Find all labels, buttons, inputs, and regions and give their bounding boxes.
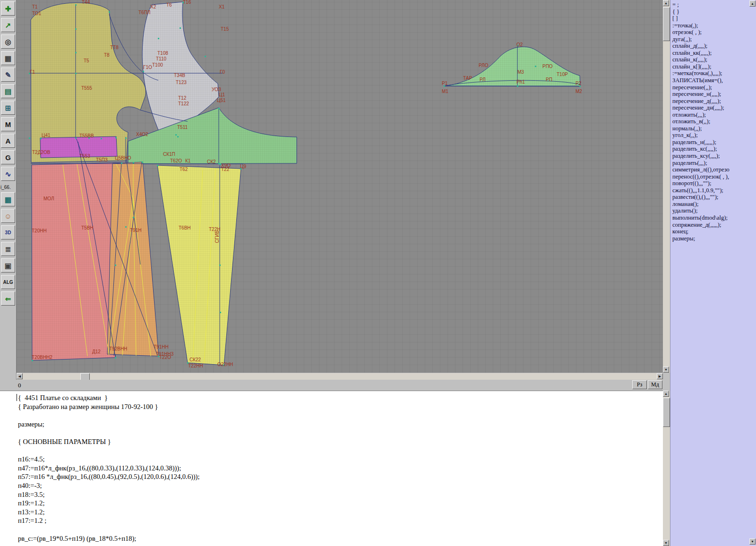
function-list-item[interactable]: сплайн_к[](,,,,); xyxy=(672,63,756,70)
pattern-point-label: Т16 xyxy=(183,0,191,5)
function-list-item[interactable]: симметрия_л((),отрезо xyxy=(672,166,756,173)
canvas-hscroll-thumb[interactable] xyxy=(80,373,90,380)
function-list-item[interactable]: разделить(,,,); xyxy=(672,160,756,167)
function-list-item[interactable]: разделить_ксу(,,,,); xyxy=(672,153,756,160)
layers-tool[interactable]: ≣ xyxy=(1,242,15,256)
pattern-point-label: Т12 xyxy=(178,96,186,101)
function-list-item[interactable]: ломаная(); xyxy=(672,201,756,208)
pattern-point-label: Т22 xyxy=(221,167,229,172)
editor-vscroll-thumb[interactable] xyxy=(663,398,670,427)
function-list-item[interactable]: перенос((),отрезок( , ), xyxy=(672,173,756,180)
pattern-point-label: Ц41 xyxy=(42,133,51,138)
function-list-item[interactable]: отрезок( , ); xyxy=(672,29,756,36)
canvas-vscroll-thumb[interactable] xyxy=(663,7,670,41)
scroll-up-icon[interactable]: ▲ xyxy=(749,0,756,7)
print-tool[interactable]: ▣ xyxy=(1,258,15,273)
notebook-tool[interactable]: ▤ xyxy=(1,84,15,98)
md-button[interactable]: Мд xyxy=(648,380,662,389)
pattern-point-label: Т20ВНН2 xyxy=(32,355,52,360)
function-list-item[interactable]: [ ] xyxy=(672,15,756,22)
pattern-point-label: Т92ВНН xyxy=(109,347,127,351)
measurements-tool[interactable]: M xyxy=(1,117,15,131)
grazia-g-tool[interactable]: G xyxy=(1,150,15,164)
code-line: { ОСНОВНЫЕ ПАРАМЕТРЫ } xyxy=(18,437,663,446)
3d-tool[interactable]: 3D xyxy=(1,225,15,239)
function-list-item[interactable]: = ; xyxy=(672,1,756,9)
pattern-point-label: Т6ВН xyxy=(179,226,191,230)
function-list-item[interactable]: выполнить(dmod\alg); xyxy=(672,214,756,222)
function-list-item[interactable]: конец; xyxy=(672,228,756,235)
function-list-item[interactable]: пересечение_н(,,,,); xyxy=(672,91,756,98)
pattern-point-label: Т110 xyxy=(156,57,166,61)
pattern-point-label: Т100 xyxy=(152,63,163,68)
add-point-tool[interactable]: ✚ xyxy=(1,1,15,16)
code-line xyxy=(18,411,663,420)
pattern-point-label: Т553 xyxy=(79,154,90,159)
function-list-item[interactable]: отложить(,,,); xyxy=(672,111,756,119)
pattern-point-label: Г0 xyxy=(220,70,225,75)
function-list-item[interactable]: угол_к(,,); xyxy=(672,132,756,139)
model-view-tool[interactable]: ☺ xyxy=(1,209,15,223)
function-list-item[interactable]: ЗАПИСАТЬ(имя=(), xyxy=(672,77,756,84)
function-list-item[interactable]: :=точка(,); xyxy=(672,22,756,29)
zoom-tool[interactable]: ◎ xyxy=(1,34,15,49)
pattern-point-label: Т555 xyxy=(81,86,92,91)
function-list-item[interactable]: разделить_н(,,,,,); xyxy=(672,139,756,146)
pan-tool[interactable]: ↗ xyxy=(1,18,15,32)
back-arrow-tool[interactable]: ⇐ xyxy=(1,291,15,306)
function-list-item[interactable]: пересечение_дн(,,,,); xyxy=(672,104,756,111)
scroll-left-icon[interactable]: ◀ xyxy=(17,373,23,379)
function-list-item[interactable]: разделить_кс(,,,,); xyxy=(672,145,756,153)
rz-button[interactable]: Рз xyxy=(632,380,647,389)
scroll-up-icon[interactable]: ▲ xyxy=(663,391,669,397)
grid-tool[interactable]: ▦ xyxy=(1,51,15,65)
function-list-item[interactable]: нормаль(,,); xyxy=(672,125,756,132)
pattern-point-label: К1 xyxy=(185,159,190,163)
function-list-item[interactable]: развести((),(),,,""); xyxy=(672,194,756,201)
pattern-drawing xyxy=(17,0,663,373)
pattern-piece-skirt-side[interactable] xyxy=(157,165,241,365)
function-list-item[interactable]: сжать((),,,1.1,0.9,""); xyxy=(672,187,756,194)
code-line: п16:=4.5; xyxy=(18,455,663,464)
pattern-point-label: РЛО xyxy=(479,63,488,68)
function-list-item[interactable]: сплайн_кк(,,,,,); xyxy=(672,50,756,57)
code-line: рв_с:=(рв_19*0.5+п19) (рв_18*0.5+п18); xyxy=(18,534,663,543)
scroll-right-icon[interactable]: ▶ xyxy=(657,373,663,379)
pattern-point-label: Т108 xyxy=(157,51,168,56)
editor-vertical-scrollbar[interactable]: ▲ ▼ xyxy=(663,391,670,546)
function-list-item[interactable]: удалить(); xyxy=(672,207,756,214)
pattern-point-label: Г1 xyxy=(30,70,35,75)
canvas-horizontal-scrollbar[interactable]: ◀ ▶ xyxy=(17,373,663,380)
function-list-item[interactable]: сплайн_д(,,,,); xyxy=(672,43,756,50)
function-list-item[interactable]: { } xyxy=(672,9,756,16)
curve-tool[interactable]: ∿ xyxy=(1,167,15,181)
function-list-item[interactable]: сплайн_к(,,,,); xyxy=(672,56,756,63)
function-list-item[interactable]: пересечение_д(,,,,); xyxy=(672,98,756,105)
scroll-down-icon[interactable]: ▼ xyxy=(663,540,669,546)
function-list-item[interactable]: размеры; xyxy=(672,235,756,242)
pattern-point-label: Т34В xyxy=(174,73,185,78)
pattern-point-label: Т10Р xyxy=(557,72,568,77)
function-list-item[interactable]: поворот((),,,""); xyxy=(672,180,756,187)
calculator-tool[interactable]: ⊞ xyxy=(1,101,15,115)
pattern-point-label: СК2 xyxy=(207,160,216,164)
function-list-item[interactable]: дуга(,,); xyxy=(672,36,756,43)
canvas-vertical-scrollbar[interactable]: ▲ ▼ xyxy=(663,0,670,373)
pattern-point-label: Рh1 xyxy=(516,80,525,85)
pattern-canvas[interactable]: Т1ТО1Т44Х2Т6Т16Х1Т6ПЛТ15ТТ8Т8Т108Т110Т5Т… xyxy=(17,0,663,373)
algorithm-editor[interactable]: { 4451 Платье со складками }{ Разработан… xyxy=(0,391,663,546)
scroll-up-icon[interactable]: ▲ xyxy=(663,0,669,6)
drafting-a-tool[interactable]: A xyxy=(1,134,15,148)
function-list-item[interactable]: сопряжение_д(,,,,,); xyxy=(672,222,756,229)
scroll-down-icon[interactable]: ▼ xyxy=(749,538,756,545)
function-list-item[interactable]: пересечение(,,); xyxy=(672,84,756,91)
alg-tool[interactable]: ALG xyxy=(1,275,15,289)
pattern-point-label: Т22О xyxy=(159,355,171,360)
table-tool[interactable]: ▦ xyxy=(1,192,15,206)
scroll-down-icon[interactable]: ▼ xyxy=(663,367,669,373)
code-line: п17:=1.2 ; xyxy=(18,516,663,525)
pencil-tool[interactable]: ✎ xyxy=(1,68,15,82)
function-list-item[interactable]: :=метка(точка(,),,,,); xyxy=(672,70,756,77)
function-list-item[interactable]: отложить_в(,,); xyxy=(672,118,756,125)
pattern-point-label: Р2 xyxy=(576,81,581,86)
